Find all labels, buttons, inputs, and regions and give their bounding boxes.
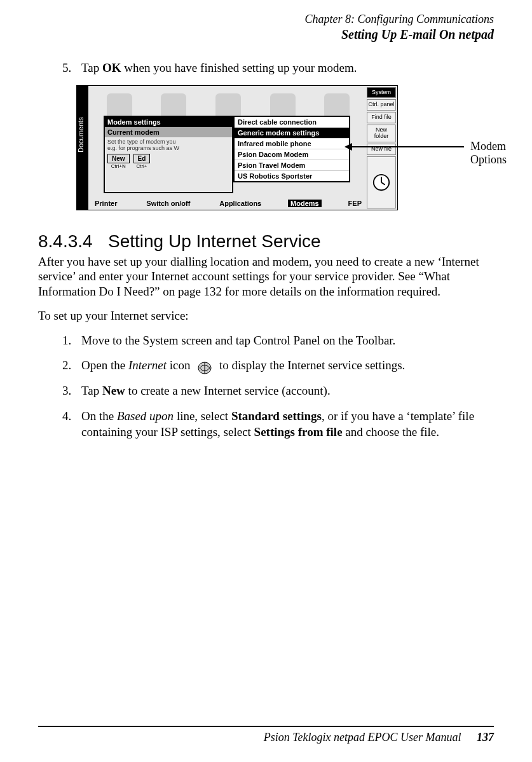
toolbar-printer[interactable]: Printer	[92, 200, 119, 207]
desktop-icon[interactable]	[107, 93, 132, 119]
text: to display the Internet service settings…	[219, 358, 405, 372]
sidebar-system[interactable]: System	[367, 87, 396, 99]
edit-button[interactable]: Ed	[133, 154, 151, 163]
step-number: 2.	[62, 357, 81, 374]
shortcut-label: Ctrl+N	[107, 163, 130, 169]
section-heading: 8.4.3.4 Setting Up Internet Service	[38, 231, 494, 252]
clock-icon[interactable]	[367, 156, 396, 208]
toolbar-modems[interactable]: Modems	[288, 200, 322, 207]
step-text: Tap New to create a new Internet service…	[81, 383, 494, 399]
step-1: 1. Move to the System screen and tap Con…	[62, 332, 494, 349]
step-3: 3. Tap New to create a new Internet serv…	[62, 383, 494, 399]
header-section: Setting Up E-mail On netpad	[38, 27, 494, 42]
documents-tab[interactable]: Documents	[77, 86, 88, 210]
section-number: 8.4.3.4	[38, 231, 108, 252]
dropdown-item-selected[interactable]: Generic modem settings	[235, 128, 349, 139]
ok-label: OK	[102, 61, 121, 74]
dropdown-item[interactable]: US Robotics Sportster	[235, 171, 349, 181]
section-title: Setting Up Internet Service	[108, 231, 321, 252]
text: Open the	[81, 358, 128, 372]
new-bold: New	[102, 384, 125, 397]
settings-from-file-bold: Settings from file	[254, 425, 343, 439]
step-number: 4.	[62, 408, 81, 440]
text: when you have finished setting up your m…	[121, 61, 357, 74]
modem-settings-dialog: Modem settings Current modem Set the typ…	[104, 116, 233, 193]
intro-paragraph: After you have set up your dialling loca…	[38, 254, 494, 299]
step-4: 4. On the Based upon line, select Standa…	[62, 408, 494, 440]
toolbar-switch[interactable]: Switch on/off	[144, 200, 193, 207]
desktop-icon[interactable]	[161, 93, 186, 119]
page-header: Chapter 8: Configuring Communications Se…	[38, 13, 494, 42]
lead-paragraph: To set up your Internet service:	[38, 308, 494, 323]
text: Tap	[81, 384, 102, 397]
right-sidebar: System Ctrl. panel Find file New folder …	[367, 87, 396, 208]
page-number: 137	[477, 731, 494, 744]
header-chapter: Chapter 8: Configuring Communications	[38, 13, 494, 27]
step-text: Tap OK when you have finished setting up…	[81, 61, 494, 75]
bottom-toolbar: Printer Switch on/off Applications Modem…	[92, 200, 364, 207]
footer-text: Psion Teklogix netpad EPOC User Manual	[264, 731, 461, 744]
step-5: 5. Tap OK when you have finished setting…	[62, 61, 494, 75]
internet-icon	[197, 361, 212, 375]
step-text: On the Based upon line, select Standard …	[81, 408, 494, 440]
internet-italic: Internet	[128, 358, 167, 372]
toolbar-apps[interactable]: Applications	[217, 200, 264, 207]
step-text: Open the Internet icon to display the In…	[81, 357, 494, 374]
text: On the	[81, 409, 117, 423]
desktop-icon[interactable]	[270, 93, 296, 119]
dialog-hint: Set the type of modem you e.g. for progr…	[105, 137, 232, 153]
dropdown-item[interactable]: Psion Travel Modem	[235, 160, 349, 171]
callout-arrow	[350, 146, 464, 147]
text: and choose the file.	[343, 425, 439, 439]
step-text: Move to the System screen and tap Contro…	[81, 332, 494, 349]
callout-label: Modem Options	[470, 140, 507, 167]
dropdown-item[interactable]: Infrared mobile phone	[235, 139, 349, 149]
desktop-icon[interactable]	[324, 93, 350, 119]
sidebar-new-folder[interactable]: New folder	[367, 125, 396, 142]
screenshot-figure: Documents Modem settings Current modem S…	[76, 85, 494, 212]
text: Tap	[81, 61, 102, 74]
shortcut-label: Ctrl+	[133, 163, 151, 169]
step-number: 1.	[62, 332, 81, 349]
new-button[interactable]: New	[107, 154, 130, 163]
modem-dropdown[interactable]: Direct cable connection Generic modem se…	[233, 116, 350, 182]
dropdown-item[interactable]: Psion Dacom Modem	[235, 149, 349, 160]
standard-settings-bold: Standard settings	[231, 409, 322, 423]
current-modem-row[interactable]: Current modem	[105, 127, 232, 137]
based-upon-italic: Based upon	[117, 409, 174, 423]
page-footer: Psion Teklogix netpad EPOC User Manual 1…	[38, 726, 494, 744]
toolbar-fep[interactable]: FEP	[346, 200, 364, 207]
sidebar-find-file[interactable]: Find file	[367, 112, 396, 123]
sidebar-ctrl-panel[interactable]: Ctrl. panel	[367, 99, 396, 111]
step-number: 3.	[62, 383, 81, 399]
text: line, select	[174, 409, 231, 423]
dropdown-item[interactable]: Direct cable connection	[235, 117, 349, 128]
dialog-title: Modem settings	[105, 117, 232, 127]
step-2: 2. Open the Internet icon to display the…	[62, 357, 494, 374]
text: to create a new Internet service (accoun…	[125, 384, 331, 397]
step-number: 5.	[62, 61, 81, 75]
desktop-icon[interactable]	[215, 93, 241, 119]
text: icon	[167, 358, 190, 372]
